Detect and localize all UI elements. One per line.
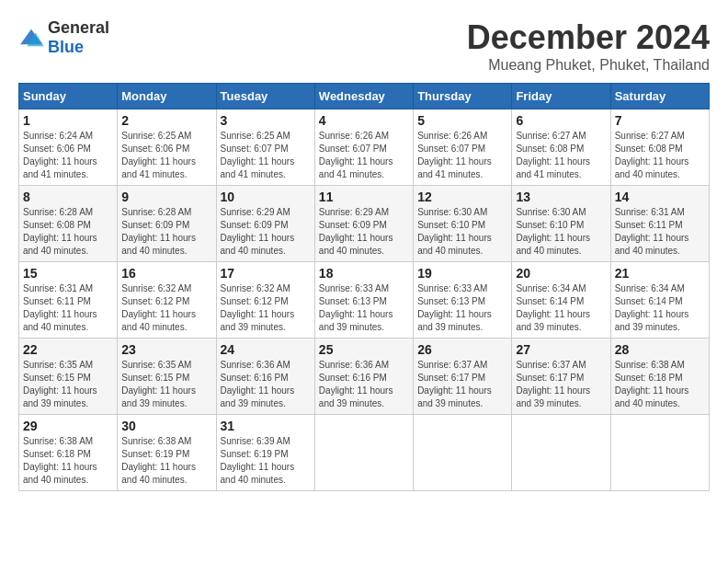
day-number: 14 <box>615 190 705 204</box>
calendar-cell: 17 Sunrise: 6:32 AM Sunset: 6:12 PM Dayl… <box>216 262 314 339</box>
calendar-cell: 30 Sunrise: 6:38 AM Sunset: 6:19 PM Dayl… <box>118 415 216 491</box>
day-number: 30 <box>121 419 211 433</box>
calendar-week-1: 1 Sunrise: 6:24 AM Sunset: 6:06 PM Dayli… <box>19 109 710 186</box>
day-info: Sunrise: 6:31 AM Sunset: 6:11 PM Dayligh… <box>23 282 113 334</box>
day-info: Sunrise: 6:37 AM Sunset: 6:17 PM Dayligh… <box>516 359 606 410</box>
weekday-tuesday: Tuesday <box>216 84 314 109</box>
day-info: Sunrise: 6:36 AM Sunset: 6:16 PM Dayligh… <box>319 359 409 410</box>
day-number: 22 <box>23 342 113 357</box>
day-info: Sunrise: 6:35 AM Sunset: 6:15 PM Dayligh… <box>23 359 113 410</box>
calendar-cell <box>512 415 610 491</box>
main-title: December 2024 <box>467 18 710 57</box>
day-info: Sunrise: 6:39 AM Sunset: 6:19 PM Dayligh… <box>221 435 311 487</box>
day-info: Sunrise: 6:30 AM Sunset: 6:10 PM Dayligh… <box>417 206 507 258</box>
calendar-cell: 9 Sunrise: 6:28 AM Sunset: 6:09 PM Dayli… <box>118 186 216 262</box>
day-number: 19 <box>417 266 507 281</box>
weekday-friday: Friday <box>512 84 610 109</box>
calendar-cell: 22 Sunrise: 6:35 AM Sunset: 6:15 PM Dayl… <box>19 339 118 415</box>
day-number: 8 <box>23 190 113 204</box>
calendar-cell: 14 Sunrise: 6:31 AM Sunset: 6:11 PM Dayl… <box>610 186 709 262</box>
day-number: 11 <box>319 190 409 204</box>
calendar-cell: 5 Sunrise: 6:26 AM Sunset: 6:07 PM Dayli… <box>414 109 512 186</box>
day-number: 17 <box>221 266 311 281</box>
calendar-cell: 10 Sunrise: 6:29 AM Sunset: 6:09 PM Dayl… <box>216 186 314 262</box>
logo-general: General <box>48 18 109 37</box>
day-number: 3 <box>221 113 311 128</box>
day-number: 31 <box>221 419 311 433</box>
day-info: Sunrise: 6:25 AM Sunset: 6:06 PM Dayligh… <box>121 130 211 181</box>
day-number: 9 <box>121 190 211 204</box>
day-number: 20 <box>516 266 606 281</box>
day-info: Sunrise: 6:25 AM Sunset: 6:07 PM Dayligh… <box>221 130 311 181</box>
day-number: 13 <box>516 190 606 204</box>
day-number: 27 <box>516 342 606 357</box>
logo: General Blue <box>18 18 109 57</box>
calendar-week-3: 15 Sunrise: 6:31 AM Sunset: 6:11 PM Dayl… <box>19 262 710 339</box>
day-info: Sunrise: 6:29 AM Sunset: 6:09 PM Dayligh… <box>319 206 409 258</box>
day-number: 26 <box>417 342 507 357</box>
day-number: 24 <box>221 342 311 357</box>
logo-blue: Blue <box>48 38 84 56</box>
weekday-monday: Monday <box>118 84 216 109</box>
day-number: 23 <box>121 342 211 357</box>
calendar-cell: 19 Sunrise: 6:33 AM Sunset: 6:13 PM Dayl… <box>414 262 512 339</box>
calendar-cell: 8 Sunrise: 6:28 AM Sunset: 6:08 PM Dayli… <box>19 186 118 262</box>
day-info: Sunrise: 6:32 AM Sunset: 6:12 PM Dayligh… <box>121 282 211 334</box>
logo-icon <box>18 28 44 48</box>
day-info: Sunrise: 6:28 AM Sunset: 6:08 PM Dayligh… <box>23 206 113 258</box>
day-info: Sunrise: 6:32 AM Sunset: 6:12 PM Dayligh… <box>221 282 311 334</box>
weekday-saturday: Saturday <box>610 84 709 109</box>
day-info: Sunrise: 6:33 AM Sunset: 6:13 PM Dayligh… <box>319 282 409 334</box>
weekday-header-row: SundayMondayTuesdayWednesdayThursdayFrid… <box>19 84 710 109</box>
calendar-cell: 27 Sunrise: 6:37 AM Sunset: 6:17 PM Dayl… <box>512 339 610 415</box>
day-info: Sunrise: 6:38 AM Sunset: 6:19 PM Dayligh… <box>121 435 211 487</box>
calendar-cell: 7 Sunrise: 6:27 AM Sunset: 6:08 PM Dayli… <box>610 109 709 186</box>
calendar-cell: 26 Sunrise: 6:37 AM Sunset: 6:17 PM Dayl… <box>414 339 512 415</box>
weekday-thursday: Thursday <box>414 84 512 109</box>
day-info: Sunrise: 6:38 AM Sunset: 6:18 PM Dayligh… <box>23 435 113 487</box>
page-header: General Blue December 2024 Mueang Phuket… <box>18 18 710 74</box>
day-info: Sunrise: 6:38 AM Sunset: 6:18 PM Dayligh… <box>615 359 705 410</box>
day-number: 2 <box>121 113 211 128</box>
day-info: Sunrise: 6:26 AM Sunset: 6:07 PM Dayligh… <box>417 130 507 181</box>
day-number: 18 <box>319 266 409 281</box>
day-number: 12 <box>417 190 507 204</box>
day-info: Sunrise: 6:29 AM Sunset: 6:09 PM Dayligh… <box>221 206 311 258</box>
calendar-cell: 25 Sunrise: 6:36 AM Sunset: 6:16 PM Dayl… <box>314 339 413 415</box>
day-number: 21 <box>615 266 705 281</box>
calendar-cell: 18 Sunrise: 6:33 AM Sunset: 6:13 PM Dayl… <box>314 262 413 339</box>
day-info: Sunrise: 6:37 AM Sunset: 6:17 PM Dayligh… <box>417 359 507 410</box>
calendar-cell: 4 Sunrise: 6:26 AM Sunset: 6:07 PM Dayli… <box>314 109 413 186</box>
day-number: 10 <box>221 190 311 204</box>
day-info: Sunrise: 6:27 AM Sunset: 6:08 PM Dayligh… <box>516 130 606 181</box>
calendar-cell: 16 Sunrise: 6:32 AM Sunset: 6:12 PM Dayl… <box>118 262 216 339</box>
day-info: Sunrise: 6:34 AM Sunset: 6:14 PM Dayligh… <box>615 282 705 334</box>
sub-title: Mueang Phuket, Phuket, Thailand <box>467 57 710 74</box>
calendar-cell: 13 Sunrise: 6:30 AM Sunset: 6:10 PM Dayl… <box>512 186 610 262</box>
calendar-table: SundayMondayTuesdayWednesdayThursdayFrid… <box>18 83 710 491</box>
calendar-cell <box>610 415 709 491</box>
title-block: December 2024 Mueang Phuket, Phuket, Tha… <box>467 18 710 74</box>
calendar-cell <box>414 415 512 491</box>
day-number: 5 <box>417 113 507 128</box>
calendar-cell: 12 Sunrise: 6:30 AM Sunset: 6:10 PM Dayl… <box>414 186 512 262</box>
calendar-cell: 11 Sunrise: 6:29 AM Sunset: 6:09 PM Dayl… <box>314 186 413 262</box>
calendar-cell: 31 Sunrise: 6:39 AM Sunset: 6:19 PM Dayl… <box>216 415 314 491</box>
calendar-cell: 21 Sunrise: 6:34 AM Sunset: 6:14 PM Dayl… <box>610 262 709 339</box>
weekday-wednesday: Wednesday <box>314 84 413 109</box>
calendar-cell: 2 Sunrise: 6:25 AM Sunset: 6:06 PM Dayli… <box>118 109 216 186</box>
calendar-cell: 23 Sunrise: 6:35 AM Sunset: 6:15 PM Dayl… <box>118 339 216 415</box>
day-info: Sunrise: 6:27 AM Sunset: 6:08 PM Dayligh… <box>615 130 705 181</box>
day-info: Sunrise: 6:24 AM Sunset: 6:06 PM Dayligh… <box>23 130 113 181</box>
day-info: Sunrise: 6:33 AM Sunset: 6:13 PM Dayligh… <box>417 282 507 334</box>
calendar-week-5: 29 Sunrise: 6:38 AM Sunset: 6:18 PM Dayl… <box>19 415 710 491</box>
day-info: Sunrise: 6:35 AM Sunset: 6:15 PM Dayligh… <box>121 359 211 410</box>
day-number: 28 <box>615 342 705 357</box>
calendar-week-4: 22 Sunrise: 6:35 AM Sunset: 6:15 PM Dayl… <box>19 339 710 415</box>
calendar-body: 1 Sunrise: 6:24 AM Sunset: 6:06 PM Dayli… <box>19 109 710 491</box>
calendar-cell: 29 Sunrise: 6:38 AM Sunset: 6:18 PM Dayl… <box>19 415 118 491</box>
day-number: 29 <box>23 419 113 433</box>
day-info: Sunrise: 6:34 AM Sunset: 6:14 PM Dayligh… <box>516 282 606 334</box>
calendar-cell: 1 Sunrise: 6:24 AM Sunset: 6:06 PM Dayli… <box>19 109 118 186</box>
calendar-cell: 24 Sunrise: 6:36 AM Sunset: 6:16 PM Dayl… <box>216 339 314 415</box>
